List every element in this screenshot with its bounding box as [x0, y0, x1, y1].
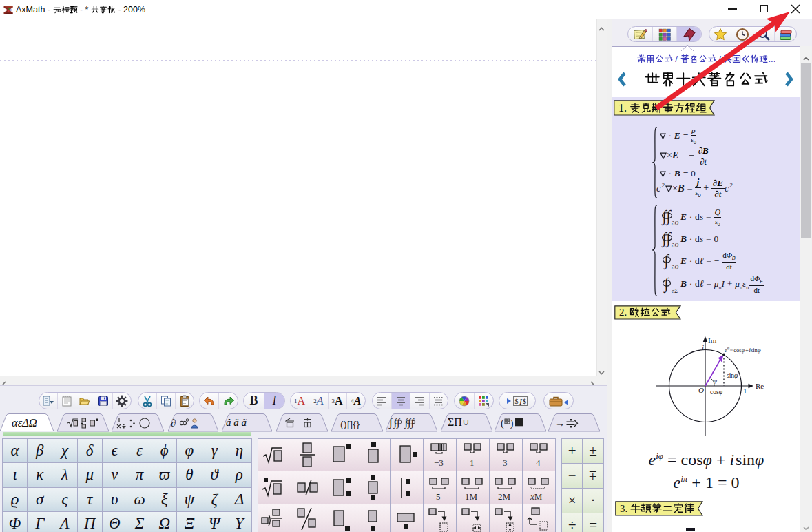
svg-text:1: 1 — [470, 458, 475, 468]
svg-text:3: 3 — [503, 458, 508, 468]
svg-text:1M: 1M — [465, 491, 478, 502]
svg-text:xM: xM — [530, 491, 543, 502]
svg-text:−3: −3 — [434, 458, 444, 468]
svg-text:5: 5 — [436, 491, 441, 502]
svg-text:4: 4 — [536, 458, 541, 468]
svg-text:∫: ∫ — [410, 417, 415, 429]
svg-text:2M: 2M — [498, 491, 511, 502]
svg-text:∫: ∫ — [396, 417, 401, 429]
svg-text:$: $ — [523, 398, 526, 405]
svg-text:$: $ — [515, 398, 519, 405]
